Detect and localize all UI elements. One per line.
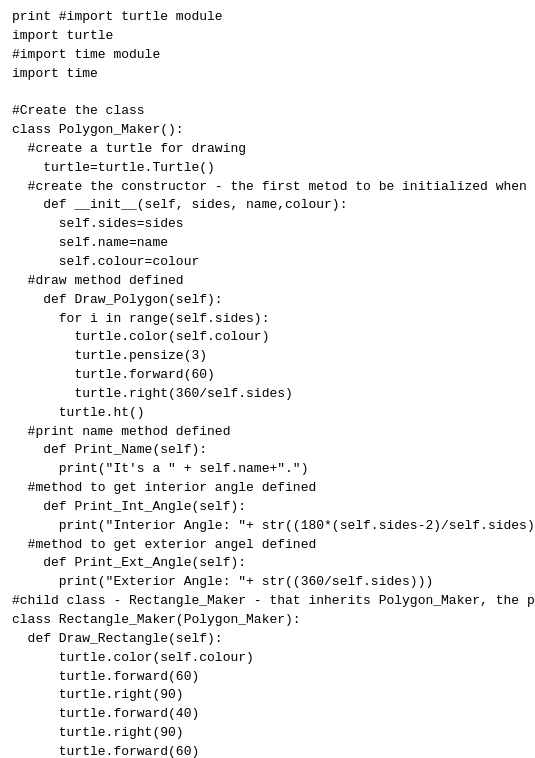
code-editor: print #import turtle module import turtl…	[12, 8, 523, 758]
